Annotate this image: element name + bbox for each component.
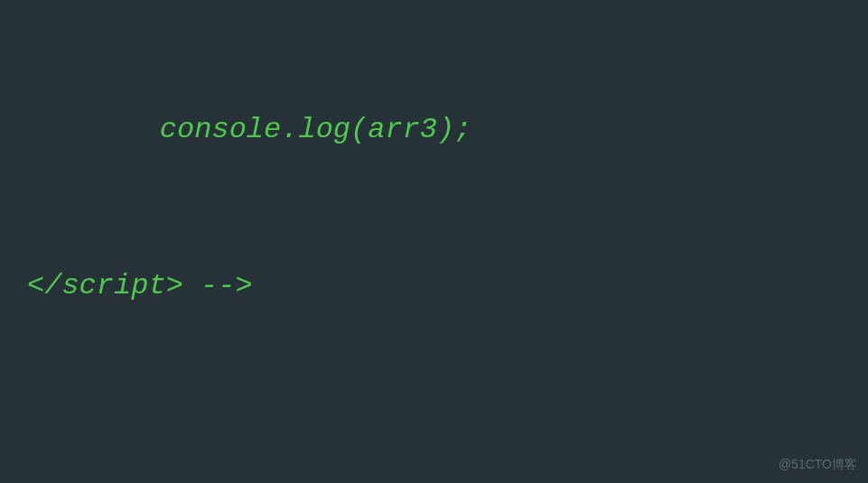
watermark: @51CTO博客 [779, 453, 857, 476]
code-editor: console.log(arr3); </script​> --> <scrip… [0, 0, 868, 483]
blank-line [27, 416, 868, 469]
comment-text: console.log(arr3); [27, 113, 471, 146]
code-line: </script​> --> [27, 260, 868, 312]
comment-text: </script​> --> [27, 269, 253, 302]
code-line: console.log(arr3); [27, 104, 868, 156]
